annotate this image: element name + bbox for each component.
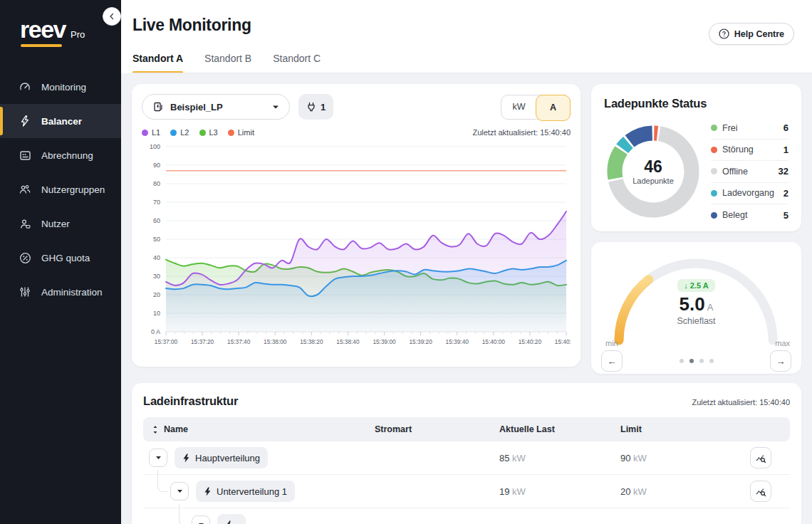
chart-zoom-button[interactable] xyxy=(750,447,771,468)
legend-item-l2[interactable]: L2 xyxy=(170,128,189,137)
status-value: 2 xyxy=(784,188,788,199)
sidebar-item-nutzergruppen[interactable]: Nutzergruppen xyxy=(0,172,121,206)
gauge-value: 5.0A xyxy=(680,295,714,313)
limit-value: 20 xyxy=(620,486,630,497)
help-centre-button[interactable]: Help Centre xyxy=(709,23,794,45)
tab-standort-a[interactable]: Standort A xyxy=(132,53,183,73)
table-title-row: Ladeinfrastruktur Zuletzt aktualisiert: … xyxy=(143,394,790,408)
bolt-icon xyxy=(182,454,190,463)
table-title: Ladeinfrastruktur xyxy=(143,394,238,408)
caret-down-icon xyxy=(155,456,162,460)
sidebar: reevPro Monitoring Balancer Abrechnun xyxy=(0,0,121,524)
sidebar-item-administration[interactable]: Administration xyxy=(0,275,121,309)
svg-text:20: 20 xyxy=(153,291,160,298)
ladeinfrastruktur-card: Ladeinfrastruktur Zuletzt aktualisiert: … xyxy=(132,383,801,524)
status-dot xyxy=(711,147,717,153)
status-value: 1 xyxy=(784,145,788,155)
name-cell xyxy=(143,514,375,524)
expand-row-button[interactable] xyxy=(192,515,210,524)
last-value: 19 xyxy=(499,486,509,497)
status-dot xyxy=(711,212,717,219)
help-centre-label: Help Centre xyxy=(734,29,784,39)
sidebar-item-nutzer[interactable]: Nutzer xyxy=(0,206,121,241)
status-value: 5 xyxy=(784,210,788,221)
carousel-dot-1[interactable] xyxy=(689,359,694,363)
carousel-next-button[interactable]: → xyxy=(770,350,791,372)
legend-label: L1 xyxy=(152,128,160,137)
chart-zoom-icon xyxy=(756,486,766,497)
node-chip[interactable] xyxy=(217,514,246,524)
carousel-dot-3[interactable] xyxy=(709,359,714,363)
column-header-name[interactable]: Name xyxy=(143,424,375,434)
svg-text:15:38:40: 15:38:40 xyxy=(336,338,360,345)
svg-text:60: 60 xyxy=(153,217,160,224)
limit-cell: 90 kW xyxy=(620,453,750,463)
node-chip[interactable]: Unterverteilung 1 xyxy=(196,481,295,502)
legend-item-l3[interactable]: L3 xyxy=(199,128,218,137)
status-legend: Frei6 Störung1 Offline32 Ladevorgang2 Be… xyxy=(711,117,788,226)
legend-item-limit[interactable]: Limit xyxy=(228,128,254,137)
bolt-icon xyxy=(225,520,233,524)
legend-dot-l2 xyxy=(170,130,177,136)
sidebar-item-abrechnung[interactable]: Abrechnung xyxy=(0,138,121,172)
chart-controls: Beispiel_LP 1 kW A xyxy=(142,94,571,120)
node-name: Hauptverteilung xyxy=(195,453,260,463)
sidebar-item-label: Nutzergruppen xyxy=(41,184,105,195)
unit-toggle-a[interactable]: A xyxy=(536,95,571,121)
tab-standort-c[interactable]: Standort C xyxy=(273,53,321,73)
column-label: Name xyxy=(164,424,188,434)
chart-meta: L1 L2 L3 Limit Zuletzt aktualisiert: 15:… xyxy=(142,128,571,137)
tree-connector xyxy=(157,470,167,492)
main-content: Live Monitoring Help Centre Standort A S… xyxy=(121,0,812,524)
status-legend-row-stoerung: Störung1 xyxy=(711,140,788,162)
svg-text:15:37:40: 15:37:40 xyxy=(227,338,251,345)
loadpoint-select[interactable]: Beispiel_LP xyxy=(142,94,290,120)
sidebar-item-label: GHG quota xyxy=(41,253,90,263)
table-body: Hauptverteilung 85 kW 90 kW xyxy=(143,441,790,524)
chart-legend: L1 L2 L3 Limit xyxy=(142,128,254,137)
column-header-limit: Limit xyxy=(620,424,750,434)
svg-text:15:40:00: 15:40:00 xyxy=(482,338,506,345)
tab-standort-b[interactable]: Standort B xyxy=(204,53,251,73)
carousel-prev-button[interactable]: ← xyxy=(601,350,623,372)
bolt-icon xyxy=(204,487,212,496)
loadpoint-select-value: Beispiel_LP xyxy=(170,102,266,112)
legend-label: L2 xyxy=(180,128,189,137)
gauge-wrap: ↓ 2.5 A 5.0A Schieflast min max xyxy=(601,252,791,346)
svg-text:15:37:00: 15:37:00 xyxy=(155,338,178,345)
caret-down-icon xyxy=(177,489,183,493)
percent-icon xyxy=(19,251,31,264)
carousel-dot-2[interactable] xyxy=(699,359,704,363)
svg-text:15:39:20: 15:39:20 xyxy=(409,338,432,345)
users-group-icon xyxy=(19,183,31,196)
expand-row-button[interactable] xyxy=(170,482,189,501)
svg-text:80: 80 xyxy=(153,180,160,187)
arrow-right-icon: → xyxy=(776,356,786,367)
status-value: 6 xyxy=(784,122,788,133)
carousel-dot-0[interactable] xyxy=(680,359,684,363)
logo-suffix: Pro xyxy=(71,29,85,40)
legend-item-l1[interactable]: L1 xyxy=(142,128,160,137)
sidebar-item-monitoring[interactable]: Monitoring xyxy=(0,70,121,104)
sidebar-item-balancer[interactable]: Balancer xyxy=(0,104,121,138)
aktuelle-last-cell: 85 kW xyxy=(499,453,620,463)
sidebar-nav: Monitoring Balancer Abrechnung Nutzergru… xyxy=(0,70,121,309)
app-root: reevPro Monitoring Balancer Abrechnun xyxy=(0,0,812,524)
sliders-icon xyxy=(19,285,31,298)
donut-center-label: Ladepunkte xyxy=(633,177,674,185)
help-icon xyxy=(719,28,729,39)
table-last-updated: Zuletzt aktualisiert: 15:40:40 xyxy=(692,398,790,407)
chart-zoom-button[interactable] xyxy=(750,481,771,502)
legend-label: L3 xyxy=(209,128,218,137)
svg-text:10: 10 xyxy=(153,310,160,317)
sidebar-item-ghg-quota[interactable]: GHG quota xyxy=(0,241,121,275)
unit-toggle-kw[interactable]: kW xyxy=(501,95,536,119)
sidebar-collapse-button[interactable] xyxy=(103,7,121,26)
status-legend-row-belegt: Belegt5 xyxy=(711,204,788,226)
expand-row-button[interactable] xyxy=(149,449,167,467)
plug-filter-chip[interactable]: 1 xyxy=(298,94,333,120)
donut-center: 46 Ladepunkte xyxy=(604,122,702,221)
node-chip[interactable]: Hauptverteilung xyxy=(175,447,268,468)
legend-dot-l3 xyxy=(199,130,206,136)
svg-text:40: 40 xyxy=(153,254,160,261)
